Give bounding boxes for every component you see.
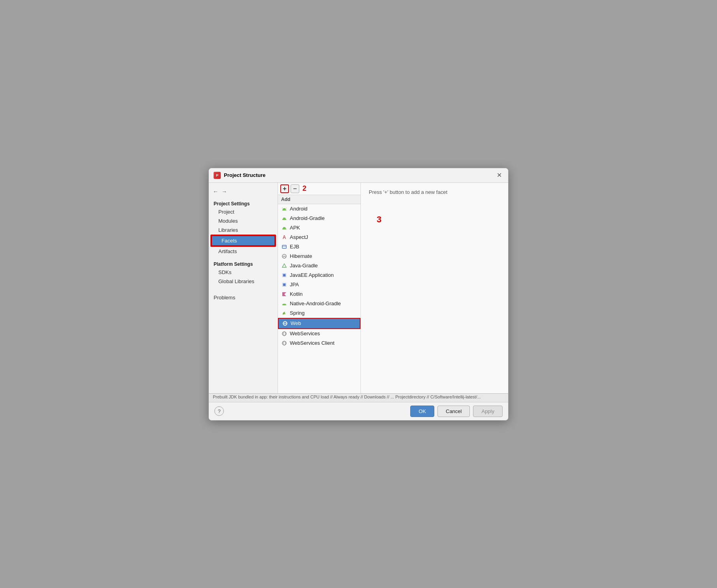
step2-label: 2 (302, 184, 306, 193)
svg-point-22 (282, 341, 286, 345)
facet-java-gradle-label: Java-Gradle (290, 263, 318, 269)
svg-point-21 (283, 332, 285, 336)
facet-hibernate-label: Hibernate (290, 253, 312, 259)
placeholder-text: Press '+' button to add a new facet (369, 189, 447, 195)
close-button[interactable]: ✕ (495, 171, 503, 179)
toolbar-row: + − 2 (278, 183, 360, 195)
svg-point-4 (285, 208, 285, 208)
facet-apk[interactable]: APK (278, 223, 360, 233)
nav-forward-button[interactable]: → (221, 188, 228, 195)
web-icon (282, 320, 288, 327)
jpa-icon (281, 282, 287, 288)
svg-marker-16 (282, 292, 286, 296)
facet-android[interactable]: Android (278, 204, 360, 214)
facet-aspectj-label: AspectJ (290, 234, 308, 240)
dialog-body: ← → Project Settings Project Modules Lib… (209, 183, 508, 393)
facet-apk-label: APK (290, 225, 300, 231)
facet-native-android-gradle-label: Native-Android-Gradle (290, 301, 341, 306)
sidebar-item-sdks[interactable]: SDKs (209, 268, 278, 277)
ejb-icon (281, 244, 287, 250)
facet-webservices-label: WebServices (290, 331, 320, 336)
android-gradle-icon (281, 215, 287, 222)
kotlin-icon (281, 291, 287, 297)
facet-ejb-label: EJB (290, 244, 299, 250)
svg-line-6 (286, 208, 287, 209)
facet-web-label: Web (291, 320, 301, 326)
ok-button[interactable]: OK (410, 406, 434, 417)
facet-kotlin[interactable]: Kotlin (278, 289, 360, 299)
native-android-gradle-icon (281, 301, 287, 307)
sidebar-item-project[interactable]: Project (209, 207, 278, 216)
nav-back-row: ← → (209, 186, 278, 199)
add-facet-button[interactable]: + (280, 184, 289, 193)
svg-line-5 (282, 208, 283, 209)
remove-facet-button[interactable]: − (291, 184, 299, 193)
facet-java-gradle[interactable]: Java-Gradle (278, 261, 360, 271)
sidebar-item-problems[interactable]: Problems (209, 292, 278, 302)
aspectj-icon: A (281, 234, 287, 240)
sidebar-item-global-libraries[interactable]: Global Libraries (209, 277, 278, 286)
platform-settings-header: Platform Settings (209, 259, 278, 268)
apk-icon (281, 225, 287, 231)
help-button[interactable]: ? (214, 406, 224, 416)
facet-jpa-label: JPA (290, 282, 299, 287)
step3-label: 3 (377, 214, 381, 225)
status-bar: Prebuilt JDK bundled in app: their instr… (209, 393, 508, 402)
spring-icon (281, 310, 287, 316)
facet-android-label: Android (290, 206, 308, 212)
facet-android-gradle[interactable]: Android-Gradle (278, 214, 360, 223)
facet-list: Android Android-Gradle APK A Aspe (278, 204, 360, 393)
svg-point-23 (283, 341, 285, 345)
hibernate-icon (281, 253, 287, 259)
android-icon (281, 206, 287, 212)
cancel-button[interactable]: Cancel (437, 406, 470, 417)
sidebar-item-libraries[interactable]: Libraries (209, 225, 278, 235)
svg-text:P: P (216, 173, 218, 177)
facet-webservicesclient-label: WebServices Client (290, 340, 334, 346)
facet-hibernate[interactable]: Hibernate (278, 252, 360, 261)
svg-rect-7 (283, 218, 285, 219)
svg-rect-9 (282, 245, 286, 248)
facet-android-gradle-label: Android-Gradle (290, 215, 325, 221)
facet-ejb[interactable]: EJB (278, 242, 360, 252)
facet-spring-label: Spring (290, 310, 305, 316)
dialog-header: P Project Structure ✕ (209, 168, 508, 183)
add-list-header: Add (278, 195, 360, 204)
facet-spring[interactable]: Spring (278, 308, 360, 318)
sidebar: ← → Project Settings Project Modules Lib… (209, 183, 278, 393)
facet-aspectj[interactable]: A AspectJ (278, 233, 360, 242)
facets-outline: Facets (210, 235, 276, 247)
webservices-icon (281, 331, 287, 337)
facet-javaee-label: JavaEE Application (290, 272, 334, 278)
bottom-bar: ? OK Cancel Apply (209, 402, 508, 420)
facet-web[interactable]: Web (278, 318, 360, 329)
webservicesclient-icon (281, 340, 287, 346)
facet-jpa[interactable]: JPA (278, 280, 360, 289)
project-structure-dialog: P Project Structure ✕ ← → Project Settin… (208, 168, 509, 421)
right-content: Press '+' button to add a new facet (361, 183, 508, 393)
facet-kotlin-label: Kotlin (290, 291, 303, 297)
facet-javaee[interactable]: JavaEE Application (278, 271, 360, 280)
facet-webservices[interactable]: WebServices (278, 329, 360, 338)
project-settings-header: Project Settings (209, 199, 278, 207)
javaee-icon (281, 272, 287, 278)
svg-point-20 (282, 332, 286, 336)
java-gradle-icon (281, 263, 287, 269)
center-panel: + − 2 Add Android Android-Gradle (278, 183, 361, 393)
svg-rect-8 (283, 227, 285, 229)
facet-native-android-gradle[interactable]: Native-Android-Gradle (278, 299, 360, 308)
sidebar-item-modules[interactable]: Modules (209, 216, 278, 225)
svg-rect-15 (283, 284, 285, 286)
dialog-title: Project Structure (224, 172, 492, 178)
sidebar-item-facets[interactable]: Facets (211, 235, 275, 246)
sidebar-item-artifacts[interactable]: Artifacts (209, 247, 278, 256)
apply-button[interactable]: Apply (473, 406, 503, 417)
nav-back-button[interactable]: ← (212, 188, 219, 195)
svg-rect-13 (283, 274, 285, 276)
svg-point-3 (283, 208, 283, 208)
right-panel: Press '+' button to add a new facet 3 (361, 183, 508, 393)
dialog-icon: P (214, 172, 221, 179)
status-text: Prebuilt JDK bundled in app: their instr… (213, 395, 481, 399)
facet-webservicesclient[interactable]: WebServices Client (278, 338, 360, 348)
